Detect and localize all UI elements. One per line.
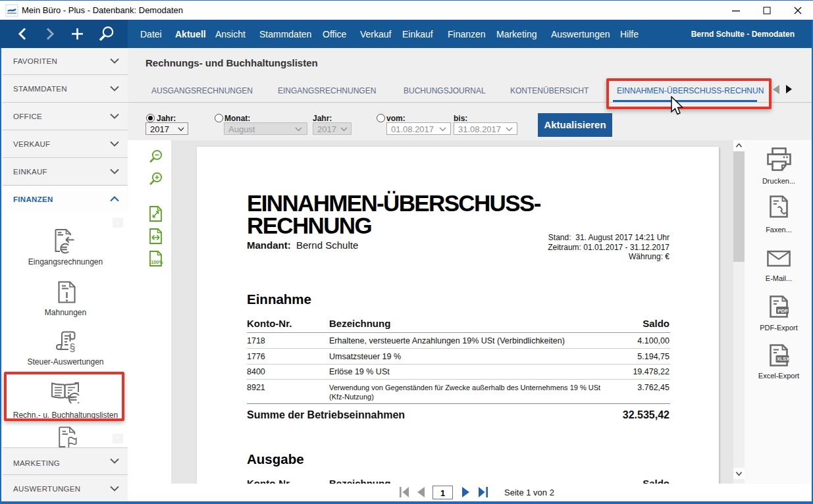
svg-text:PDF: PDF [777, 308, 788, 314]
svg-text:§: § [70, 342, 76, 353]
svg-text:XLSX: XLSX [777, 356, 789, 362]
svg-text:100%: 100% [151, 259, 163, 265]
